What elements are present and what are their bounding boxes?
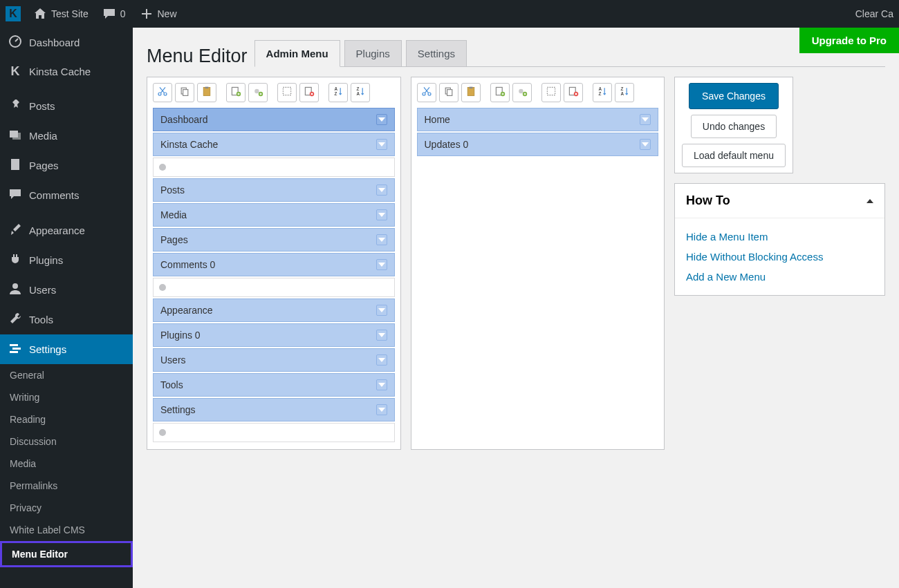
menu-item[interactable]: Kinsta Cache (153, 133, 395, 156)
menu-item[interactable]: Tools (153, 373, 395, 397)
menu-item-label: Users (160, 354, 186, 366)
hide-button[interactable] (277, 83, 297, 102)
svg-rect-35 (547, 87, 555, 95)
expand-icon[interactable] (376, 379, 387, 390)
menu-separator[interactable] (153, 278, 395, 297)
save-button[interactable]: Save Changes (689, 83, 779, 109)
submenu-item-white-label-cms[interactable]: White Label CMS (0, 519, 133, 541)
submenu-item-writing[interactable]: Writing (0, 386, 133, 408)
sort-za-button[interactable]: ZA (615, 83, 634, 102)
paste-button[interactable] (461, 83, 481, 102)
delete-button[interactable] (299, 83, 319, 102)
expand-icon[interactable] (640, 114, 651, 125)
expand-icon[interactable] (376, 404, 387, 415)
tab-admin-menu[interactable]: Admin Menu (254, 40, 340, 67)
kinsta-logo-icon[interactable]: K (6, 6, 21, 21)
upgrade-button[interactable]: Upgrade to Pro (799, 28, 899, 53)
submenu-item-menu-editor[interactable]: Menu Editor (0, 541, 133, 567)
menu-item[interactable]: Settings (153, 398, 395, 421)
expand-icon[interactable] (376, 139, 387, 150)
submenu-item-discussion[interactable]: Discussion (0, 430, 133, 453)
cut-button[interactable] (417, 83, 436, 102)
expand-icon[interactable] (376, 354, 387, 366)
expand-icon[interactable] (376, 305, 387, 316)
expand-icon[interactable] (640, 139, 651, 150)
wrench-icon (8, 312, 22, 328)
cut-button[interactable] (153, 83, 172, 102)
submenu-item-permalinks[interactable]: Permalinks (0, 475, 133, 497)
menu-item-label: Media (160, 209, 187, 220)
expand-icon[interactable] (376, 259, 387, 270)
sidebar-item-kinsta-cache[interactable]: KKinsta Cache (0, 57, 133, 86)
sidebar-item-settings[interactable]: Settings (0, 334, 133, 364)
menu-separator[interactable] (153, 158, 395, 177)
svg-rect-2 (12, 133, 21, 140)
menu-item-label: Settings (160, 404, 196, 415)
tab-plugins[interactable]: Plugins (344, 40, 402, 66)
expand-icon[interactable] (376, 114, 387, 125)
howto-toggle[interactable]: How To (675, 184, 884, 218)
menu-item[interactable]: Dashboard (153, 108, 395, 131)
clear-cache-link[interactable]: Clear Ca (849, 0, 899, 28)
site-link[interactable]: Test Site (26, 0, 95, 28)
sort-za-icon: ZA (355, 86, 366, 99)
submenu-item-reading[interactable]: Reading (0, 408, 133, 430)
expand-icon[interactable] (376, 184, 387, 196)
sort-az-button[interactable]: AZ (593, 83, 612, 102)
expand-icon[interactable] (376, 209, 387, 220)
sidebar-item-users[interactable]: Users (0, 275, 133, 305)
sort-za-button[interactable]: ZA (351, 83, 370, 102)
new-link[interactable]: New (133, 0, 184, 28)
hide-button[interactable] (541, 83, 561, 102)
new-sep-button[interactable] (512, 83, 532, 102)
copy-button[interactable] (175, 83, 194, 102)
menu-item[interactable]: Home (417, 108, 659, 131)
menu-item-label: Posts (160, 184, 185, 196)
load-default-button[interactable]: Load default menu (682, 144, 786, 167)
new-item-button[interactable] (226, 83, 245, 102)
svg-rect-18 (283, 87, 290, 95)
menu-item[interactable]: Media (153, 203, 395, 227)
submenu-item-general[interactable]: General (0, 364, 133, 386)
expand-icon[interactable] (376, 234, 387, 245)
svg-rect-13 (205, 87, 209, 88)
sidebar-item-comments[interactable]: Comments (0, 180, 133, 210)
submenu-item-privacy[interactable]: Privacy (0, 497, 133, 519)
sidebar-item-media[interactable]: Media (0, 121, 133, 151)
sort-az-button[interactable]: AZ (328, 83, 348, 102)
expand-icon[interactable] (376, 330, 387, 341)
content-area: Upgrade to Pro Menu Editor Admin MenuPlu… (133, 28, 899, 588)
paste-button[interactable] (197, 83, 216, 102)
comments-link[interactable]: 0 (95, 0, 133, 28)
sidebar-item-appearance[interactable]: Appearance (0, 216, 133, 245)
menu-item[interactable]: Updates 0 (417, 133, 659, 156)
sidebar-item-tools[interactable]: Tools (0, 305, 133, 334)
menu-item[interactable]: Pages (153, 228, 395, 252)
new-item-button[interactable] (490, 83, 510, 102)
submenu-item-media[interactable]: Media (0, 453, 133, 475)
menu-item-label: Kinsta Cache (160, 139, 218, 150)
menu-item[interactable]: Comments 0 (153, 253, 395, 276)
home-icon (33, 7, 47, 21)
menu-separator[interactable] (153, 423, 395, 442)
user-icon (8, 282, 22, 298)
menu-item[interactable]: Plugins 0 (153, 323, 395, 347)
howto-link[interactable]: Hide a Menu Item (686, 227, 873, 247)
menu-item-label: Dashboard (160, 114, 208, 125)
howto-link[interactable]: Hide Without Blocking Access (686, 247, 873, 267)
sidebar-item-plugins[interactable]: Plugins (0, 245, 133, 275)
tab-settings[interactable]: Settings (406, 40, 467, 66)
sidebar-item-dashboard[interactable]: Dashboard (0, 28, 133, 57)
sidebar-item-posts[interactable]: Posts (0, 91, 133, 121)
delete-icon (568, 86, 579, 99)
new-sep-button[interactable] (248, 83, 268, 102)
menu-item[interactable]: Posts (153, 178, 395, 202)
copy-button[interactable] (439, 83, 458, 102)
menu-item[interactable]: Appearance (153, 298, 395, 322)
menu-item[interactable]: Users (153, 348, 395, 372)
undo-button[interactable]: Undo changes (691, 115, 777, 138)
delete-button[interactable] (564, 83, 583, 102)
sidebar-item-pages[interactable]: Pages (0, 151, 133, 180)
howto-link[interactable]: Add a New Menu (686, 267, 873, 287)
menu-item-label: Comments 0 (160, 259, 215, 270)
